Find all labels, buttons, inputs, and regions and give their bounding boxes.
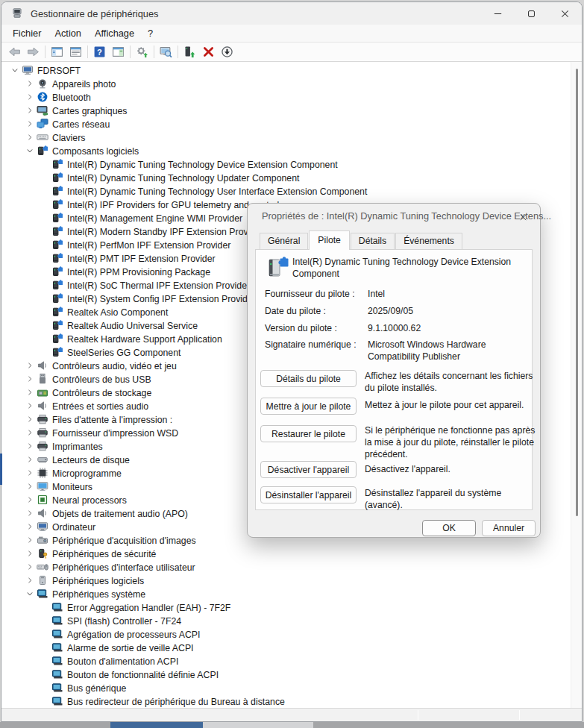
tree-item[interactable]: Cartes réseau xyxy=(1,117,582,131)
tree-item[interactable]: Bouton de fonctionnalité définie ACPI xyxy=(1,668,582,681)
chevron-right-icon[interactable] xyxy=(24,131,36,143)
action-button[interactable]: Restaurer le pilote xyxy=(260,425,357,442)
chevron-right-icon[interactable] xyxy=(24,400,36,412)
chevron-right-icon[interactable] xyxy=(24,104,36,116)
chevron-right-icon[interactable] xyxy=(24,373,36,385)
taskbar-app[interactable] xyxy=(203,722,313,728)
action-button[interactable]: Détails du pilote xyxy=(260,370,357,387)
tree-item[interactable]: FDRSOFT xyxy=(1,63,582,77)
tree-item[interactable]: SPI (flash) Controller - 7F24 xyxy=(1,614,582,627)
chevron-down-icon[interactable] xyxy=(24,588,36,600)
tree-item[interactable]: Error Aggregation Handler (EAH) - 7F2F xyxy=(1,600,582,614)
chevron-right-icon[interactable] xyxy=(24,494,36,506)
chevron-right-icon[interactable] xyxy=(24,454,36,465)
dialog-close-button[interactable] xyxy=(515,210,530,225)
disable-device-button[interactable] xyxy=(218,43,236,60)
tree-item-label: Intel(R) PerfMon IPF Extension Provider xyxy=(67,239,230,251)
forward-button[interactable] xyxy=(24,43,43,60)
chevron-placeholder xyxy=(39,212,51,224)
back-button[interactable] xyxy=(5,43,24,60)
gear-refresh-button[interactable] xyxy=(133,43,151,60)
chevron-down-icon[interactable] xyxy=(24,145,36,157)
chevron-down-icon[interactable] xyxy=(9,64,21,76)
tree-item[interactable]: Bus redirecteur de périphérique du Burea… xyxy=(1,694,582,708)
tree-item[interactable]: Intel(R) Dynamic Tuning Technology User … xyxy=(1,184,582,198)
chevron-right-icon[interactable] xyxy=(24,386,36,398)
tree-item[interactable]: Appareils photo xyxy=(1,77,582,90)
tree-item[interactable]: Claviers xyxy=(1,131,582,144)
minimize-button[interactable] xyxy=(481,2,515,25)
chevron-right-icon[interactable] xyxy=(24,78,36,90)
tree-scrollbar[interactable] xyxy=(571,62,582,708)
tree-item[interactable]: Périphériques de sécurité xyxy=(1,547,582,560)
tree-item-label: Périphérique d'acquisition d'images xyxy=(52,535,196,546)
help-button[interactable]: ? xyxy=(90,43,109,60)
maximize-button[interactable] xyxy=(515,2,548,25)
tree-item-label: Realtek Audio Universal Service xyxy=(67,320,198,331)
tree-item-label: Composants logiciels xyxy=(52,145,139,157)
chevron-right-icon[interactable] xyxy=(24,91,36,103)
chevron-right-icon[interactable] xyxy=(24,360,36,371)
chevron-right-icon[interactable] xyxy=(24,574,36,586)
chevron-right-icon[interactable] xyxy=(24,480,36,492)
properties-button[interactable] xyxy=(66,43,85,60)
chevron-right-icon[interactable] xyxy=(24,507,36,519)
console-tree-button[interactable] xyxy=(48,43,66,60)
tree-item[interactable]: Bus générique xyxy=(1,681,582,694)
action-button[interactable]: Désactiver l'appareil xyxy=(260,461,357,478)
chevron-right-icon[interactable] xyxy=(24,440,36,452)
dialog-tab[interactable]: Événements xyxy=(395,233,462,249)
scrollbar-thumb[interactable] xyxy=(576,69,578,516)
update-driver-icon xyxy=(183,46,196,58)
tree-item[interactable]: Cartes graphiques xyxy=(1,104,582,117)
chevron-right-icon[interactable] xyxy=(24,427,36,439)
tree-item[interactable]: Bouton d'alimentation ACPI xyxy=(1,654,582,668)
software-component-icon xyxy=(51,252,63,264)
tree-item[interactable]: Agrégation de processeurs ACPI xyxy=(1,627,582,641)
chevron-right-icon[interactable] xyxy=(24,534,36,546)
chevron-right-icon[interactable] xyxy=(24,118,36,130)
computer-icon xyxy=(22,64,34,76)
toolbar-separator xyxy=(87,46,88,58)
action-button[interactable]: Désinstaller l'appareil xyxy=(260,486,357,503)
dialog-tab[interactable]: Général xyxy=(260,233,308,249)
tree-item[interactable]: Périphériques logiciels xyxy=(1,574,582,587)
taskbar[interactable] xyxy=(0,722,584,728)
dialog-tab[interactable]: Détails xyxy=(351,233,395,249)
close-button[interactable] xyxy=(548,2,582,25)
tree-item[interactable]: Composants logiciels xyxy=(1,144,582,157)
action-pane-button[interactable] xyxy=(109,43,128,60)
dialog-tab[interactable]: Pilote xyxy=(309,230,350,250)
uninstall-button[interactable] xyxy=(199,43,218,60)
tree-item[interactable]: Périphériques système xyxy=(1,587,582,600)
taskbar-active-app[interactable] xyxy=(110,722,203,728)
chevron-right-icon[interactable] xyxy=(24,521,36,533)
menu-item[interactable]: ? xyxy=(141,25,160,41)
menu-item[interactable]: Fichier xyxy=(6,25,48,41)
chevron-right-icon[interactable] xyxy=(24,413,36,425)
chevron-right-icon[interactable] xyxy=(24,561,36,573)
action-button[interactable]: Mettre à jour le pilote xyxy=(260,398,357,415)
chevron-placeholder xyxy=(39,306,51,318)
tree-item[interactable]: Bluetooth xyxy=(1,90,582,104)
menu-item[interactable]: Action xyxy=(48,25,88,41)
action-description: Désactivez l'appareil. xyxy=(365,464,538,476)
dialog-tabs: GénéralPiloteDétailsÉvénements xyxy=(260,231,463,249)
scan-hardware-icon xyxy=(160,46,172,58)
chevron-right-icon[interactable] xyxy=(24,547,36,559)
software-component-icon xyxy=(51,198,63,210)
scan-hardware-button[interactable] xyxy=(157,43,175,60)
system-device-icon xyxy=(51,655,63,667)
device-manager-app-icon xyxy=(11,7,23,19)
chevron-right-icon[interactable] xyxy=(24,467,36,479)
menu-item[interactable]: Affichage xyxy=(88,25,141,41)
software-component-icon xyxy=(51,172,63,183)
tree-item[interactable]: Alarme de sortie de veille ACPI xyxy=(1,641,582,654)
ok-button[interactable]: OK xyxy=(422,520,476,536)
update-driver-button[interactable] xyxy=(180,43,199,60)
cancel-button[interactable]: Annuler xyxy=(482,520,536,536)
tree-item[interactable]: Intel(R) Dynamic Tuning Technology Updat… xyxy=(1,171,582,184)
tree-item[interactable]: Périphériques d'interface utilisateur xyxy=(1,560,582,574)
tree-item[interactable]: Intel(R) Dynamic Tuning Technology Devic… xyxy=(1,157,582,171)
chevron-placeholder xyxy=(39,695,51,707)
